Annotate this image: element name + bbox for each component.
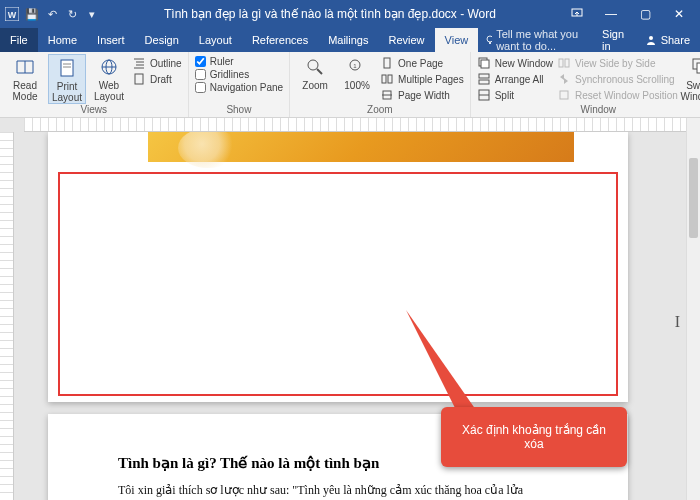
svg-point-3 [487,36,492,42]
page-width-button[interactable]: Page Width [380,88,464,102]
one-page-icon [380,56,394,70]
svg-rect-16 [135,74,143,84]
svg-line-18 [317,69,322,74]
sign-in-link[interactable]: Sign in [592,28,635,52]
side-by-side-button[interactable]: View Side by Side [557,56,678,70]
gridlines-check-input[interactable] [195,69,206,80]
switch-windows-label: SwitchWindows [681,80,700,102]
tab-file[interactable]: File [0,28,38,52]
page-1[interactable] [48,132,628,402]
ribbon-options-icon[interactable] [560,0,594,28]
arrange-label: Arrange All [495,74,544,85]
horizontal-ruler[interactable] [24,118,686,132]
hundred-button[interactable]: 1 100% [338,54,376,91]
bulb-icon [484,34,492,46]
group-show-label: Show [195,104,283,117]
svg-rect-34 [560,91,568,99]
read-mode-button[interactable]: ReadMode [6,54,44,102]
group-show: Ruler Gridlines Navigation Pane Show [189,52,290,117]
split-button[interactable]: Split [477,88,553,102]
tab-view[interactable]: View [435,28,479,52]
read-mode-label: ReadMode [12,80,37,102]
web-layout-button[interactable]: WebLayout [90,54,128,102]
sync-scroll-button: Synchronous Scrolling [557,72,678,86]
tab-design[interactable]: Design [135,28,189,52]
read-mode-icon [14,56,36,78]
draft-icon [132,72,146,86]
outline-button[interactable]: Outline [132,56,182,70]
one-page-button[interactable]: One Page [380,56,464,70]
sync-scroll-icon [557,72,571,86]
one-page-label: One Page [398,58,443,69]
ribbon: ReadMode PrintLayout WebLayout Outline D… [0,52,700,118]
minimize-icon[interactable]: — [594,0,628,28]
nav-pane-checkbox[interactable]: Navigation Pane [195,82,283,93]
share-button[interactable]: Share [635,34,700,46]
hundred-label: 100% [344,80,370,91]
draft-button[interactable]: Draft [132,72,182,86]
zoom-button[interactable]: Zoom [296,54,334,91]
page-width-label: Page Width [398,90,450,101]
tab-references[interactable]: References [242,28,318,52]
title-bar: W 💾 ↶ ↻ ▾ Tình bạn đẹp là gì và thế nào … [0,0,700,28]
svg-marker-42 [406,310,476,410]
quick-access-toolbar: W 💾 ↶ ↻ ▾ [4,6,100,22]
arrange-button[interactable]: Arrange All [477,72,553,86]
gridlines-checkbox[interactable]: Gridlines [195,69,283,80]
arrange-icon [477,72,491,86]
outline-icon [132,56,146,70]
svg-rect-4 [489,42,491,44]
svg-rect-6 [61,60,73,76]
text-cursor-icon: I [675,313,680,331]
switch-windows-button[interactable]: SwitchWindows [682,54,700,102]
maximize-icon[interactable]: ▢ [628,0,662,28]
scrollbar-thumb[interactable] [689,158,698,238]
ruler-corner [14,132,24,500]
new-window-button[interactable]: New Window [477,56,553,70]
tab-review[interactable]: Review [379,28,435,52]
side-by-side-label: View Side by Side [575,58,655,69]
undo-icon[interactable]: ↶ [44,6,60,22]
zoom-label: Zoom [302,80,328,91]
tell-me-label: Tell me what you want to do... [496,28,592,52]
close-icon[interactable]: ✕ [662,0,696,28]
sync-scroll-label: Synchronous Scrolling [575,74,675,85]
window-title: Tình bạn đẹp là gì và thế nào là một tìn… [100,7,560,21]
svg-rect-22 [382,75,386,83]
svg-rect-27 [481,60,489,68]
callout-text: Xác định khoảng trắng cần xóa [451,423,617,451]
qat-customize-icon[interactable]: ▾ [84,6,100,22]
multi-page-button[interactable]: Multiple Pages [380,72,464,86]
svg-text:W: W [8,10,17,20]
group-window: New Window Arrange All Split View Side b… [471,52,700,117]
doc-paragraph[interactable]: Tôi xin giải thích sơ lược như sau: "Tìn… [118,482,558,499]
save-icon[interactable]: 💾 [24,6,40,22]
ruler-checkbox[interactable]: Ruler [195,56,283,67]
window-controls: — ▢ ✕ [560,0,696,28]
svg-rect-28 [479,74,489,78]
vertical-ruler[interactable] [0,132,14,500]
page-width-icon [380,88,394,102]
share-icon [645,34,657,46]
document-image[interactable] [148,132,574,162]
annotation-rectangle [58,172,618,396]
tab-home[interactable]: Home [38,28,87,52]
group-zoom: Zoom 1 100% One Page Multiple Pages Page… [290,52,471,117]
nav-check-input[interactable] [195,82,206,93]
outline-label: Outline [150,58,182,69]
vertical-scrollbar[interactable] [686,118,700,500]
gridlines-label: Gridlines [210,69,249,80]
svg-rect-32 [559,59,563,67]
svg-point-5 [649,36,653,40]
tab-mailings[interactable]: Mailings [318,28,378,52]
tell-me[interactable]: Tell me what you want to do... [484,28,592,52]
zoom-icon [304,56,326,78]
redo-icon[interactable]: ↻ [64,6,80,22]
tab-insert[interactable]: Insert [87,28,135,52]
share-label: Share [661,34,690,46]
ruler-check-input[interactable] [195,56,206,67]
switch-windows-icon [690,56,700,78]
tab-layout[interactable]: Layout [189,28,242,52]
svg-point-17 [308,60,318,70]
print-layout-button[interactable]: PrintLayout [48,54,86,104]
